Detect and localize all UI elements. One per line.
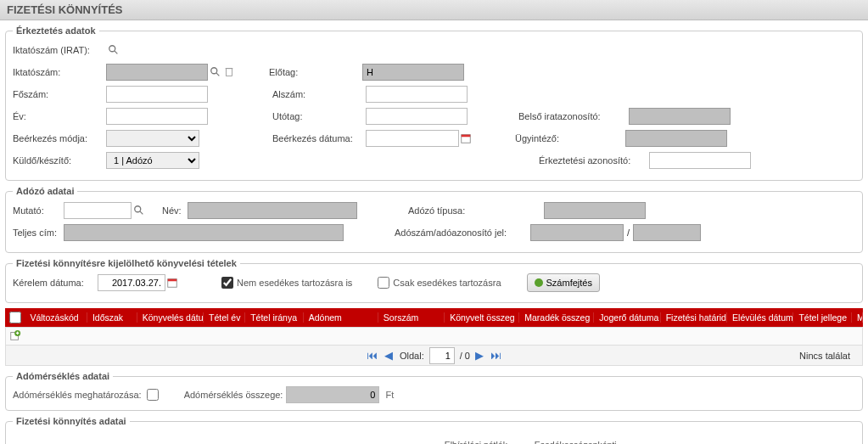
- adoszam-input[interactable]: [530, 224, 624, 241]
- grid-pager: ⏮ ◀ Oldal: / 0 ▶ ⏭ Nincs találat: [5, 346, 863, 366]
- slash-sep: /: [627, 228, 630, 238]
- tipus-label: Fizetési könnyítés típusa: [13, 433, 115, 444]
- col-adonem[interactable]: Adónem: [304, 312, 378, 323]
- beerkezes-modja-select[interactable]: [106, 130, 199, 147]
- kijelol-legend: Fizetési könnyítésre kijelölhető könyvel…: [13, 258, 240, 268]
- kerelem-label: Kérelem dátuma:: [13, 278, 98, 288]
- belso-label: Belső iratazonosító:: [518, 111, 629, 121]
- grid-selectall-checkbox[interactable]: [9, 312, 21, 323]
- pager-label: Oldal:: [400, 351, 424, 361]
- col-konyveles[interactable]: Könyvelés dátu: [137, 312, 204, 323]
- alszam-label: Alszám:: [272, 89, 366, 99]
- nev-input[interactable]: [188, 202, 357, 219]
- ft-label: Ft: [385, 390, 394, 400]
- adomersekles-legend: Adómérséklés adatai: [13, 371, 113, 381]
- col-elevules[interactable]: Elévülés dátum: [727, 312, 793, 323]
- fk-legend: Fizetési könnyítés adatai: [13, 416, 130, 426]
- svg-point-8: [135, 206, 141, 212]
- ugyintezo-input[interactable]: [625, 130, 727, 147]
- pager-next-icon[interactable]: ▶: [473, 349, 485, 362]
- col-tetelev[interactable]: Tétel év: [204, 312, 245, 323]
- col-tetelirany[interactable]: Tétel iránya: [245, 312, 304, 323]
- szamfejtes-label: Számfejtés: [546, 278, 592, 288]
- foszam-input[interactable]: [106, 86, 208, 103]
- beerkezes-datum-input[interactable]: [366, 130, 459, 147]
- nemesedkes-checkbox[interactable]: [221, 277, 233, 289]
- kuldo-select[interactable]: 1 | Adózó: [106, 152, 199, 169]
- svg-line-1: [115, 51, 118, 54]
- ev-label: Év:: [13, 111, 106, 121]
- col-sorszam[interactable]: Sorszám: [378, 312, 445, 323]
- col-valtozaskod[interactable]: Változáskód: [25, 312, 87, 323]
- col-maradekossz[interactable]: Maradék összeg: [519, 312, 594, 323]
- tipus-input[interactable]: [544, 202, 646, 219]
- beerkezes-datum-label: Beérkezés dátuma:: [272, 133, 366, 143]
- col-megjegyzes[interactable]: Megjegyzés: [852, 312, 863, 323]
- grid: Változáskód Időszak Könyvelés dátu Tétel…: [5, 308, 863, 366]
- kezdo-label: Kezdő dátum:: [288, 433, 356, 444]
- nev-label: Név:: [162, 205, 188, 216]
- pager-total: / 0: [460, 351, 470, 361]
- ugyintezo-label: Ügyintéző:: [515, 133, 625, 143]
- erkeztetes-legend: Érkeztetés adatok: [13, 25, 99, 36]
- elb-potlek-szam-label: Elbírálási pótlék számítása: [445, 438, 521, 444]
- pager-prev-icon[interactable]: ◀: [383, 349, 395, 362]
- meghat-label: Adómérséklés meghatározása:: [13, 390, 142, 400]
- adozo-fieldset: Adózó adatai Mutató: Név: Adózó típusa: …: [5, 186, 863, 253]
- search-icon[interactable]: [210, 66, 221, 78]
- col-teteljelleg[interactable]: Tétel jellege: [793, 312, 852, 323]
- nemesedkes-label: Nem esedékes tartozásra is: [237, 278, 352, 288]
- adoazonosito-input[interactable]: [633, 224, 701, 241]
- erkeztetesi-input[interactable]: [649, 152, 751, 169]
- iktatoszam-irat-label: Iktatószám (IRAT):: [13, 45, 106, 55]
- pager-first-icon[interactable]: ⏮: [365, 349, 379, 362]
- belso-input[interactable]: [629, 108, 731, 125]
- search-icon[interactable]: [133, 205, 145, 216]
- no-result-label: Nincs találat: [799, 351, 850, 361]
- osszeg-input[interactable]: [286, 386, 379, 403]
- kerelem-input[interactable]: [98, 274, 165, 291]
- search-icon[interactable]: [108, 44, 120, 56]
- osszeg-label: Adómérséklés összege:: [184, 390, 283, 400]
- calendar-icon[interactable]: [165, 277, 179, 289]
- foszam-label: Főszám:: [13, 89, 106, 99]
- delete-icon[interactable]: [223, 66, 235, 78]
- tipus-label: Adózó típusa:: [408, 205, 544, 216]
- elso-reszlet-label: Első részlet: [369, 433, 431, 444]
- grid-header: Változáskód Időszak Könyvelés dátu Tétel…: [5, 308, 863, 327]
- adomersekles-fieldset: Adómérséklés adatai Adómérséklés meghatá…: [5, 371, 863, 411]
- meghat-checkbox[interactable]: [147, 389, 159, 401]
- adoszam-label: Adószám/adóazonosító jel:: [395, 228, 530, 238]
- mutato-label: Mutató:: [13, 205, 64, 216]
- szamfejtes-button[interactable]: Számfejtés: [527, 273, 600, 292]
- add-row-icon[interactable]: [9, 329, 21, 343]
- utotag-input[interactable]: [366, 108, 468, 125]
- col-fizhatarido[interactable]: Fizetési határid: [661, 312, 727, 323]
- pager-last-icon[interactable]: ⏭: [489, 349, 503, 362]
- honapok-label: Hónapok: [128, 433, 179, 444]
- pager-page-input[interactable]: [429, 347, 455, 364]
- ev-input[interactable]: [106, 108, 208, 125]
- teljes-input[interactable]: [64, 224, 344, 241]
- elotag-input[interactable]: [362, 64, 464, 81]
- kijelol-fieldset: Fizetési könnyítésre kijelölhető könyvel…: [5, 258, 863, 303]
- col-jogero[interactable]: Jogerő dátuma: [594, 312, 660, 323]
- erkeztetesi-label: Érkeztetési azonosító:: [539, 155, 649, 166]
- svg-line-9: [140, 211, 143, 215]
- svg-point-0: [109, 46, 115, 52]
- adozo-legend: Adózó adatai: [13, 186, 77, 196]
- csakesedkes-checkbox[interactable]: [378, 277, 389, 289]
- alszam-input[interactable]: [366, 86, 468, 103]
- iktatoszam-input[interactable]: [106, 64, 208, 81]
- beerkezes-modja-label: Beérkezés módja:: [13, 133, 106, 143]
- svg-line-3: [216, 73, 220, 76]
- calendar-icon[interactable]: [459, 132, 473, 144]
- col-konyveltossz[interactable]: Könyvelt összeg: [445, 312, 519, 323]
- svg-rect-4: [227, 69, 232, 76]
- svg-rect-11: [168, 279, 177, 282]
- col-idoszak[interactable]: Időszak: [87, 312, 137, 323]
- page-title: FIZETÉSI KÖNNYÍTÉS: [0, 0, 868, 20]
- mutato-input[interactable]: [64, 202, 132, 219]
- iktatoszam-label: Iktatószám:: [13, 67, 106, 77]
- erkeztetes-fieldset: Érkeztetés adatok Iktatószám (IRAT): Ikt…: [5, 25, 863, 181]
